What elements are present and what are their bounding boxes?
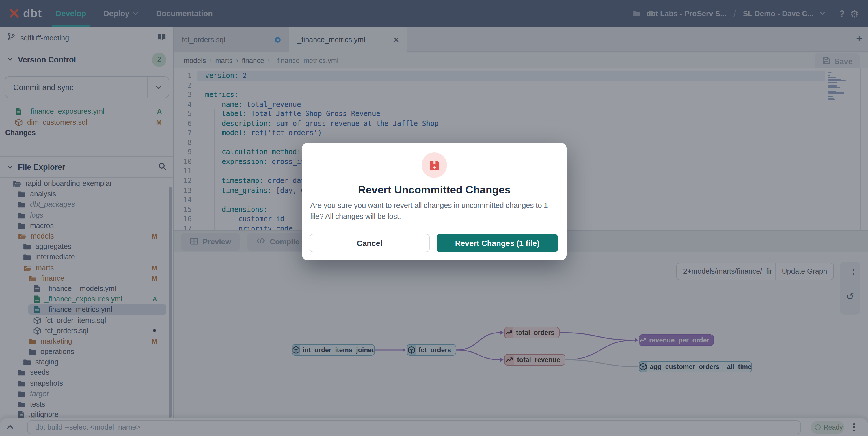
- modal-title: Revert Uncommitted Changes: [302, 184, 566, 196]
- dbt-cloud-ide: ✕ dbt DevelopDeployDocumentation dbt Lab…: [0, 0, 868, 436]
- revert-changes-button[interactable]: Revert Changes (1 file): [437, 234, 558, 252]
- revert-changes-modal: Revert Uncommitted Changes Are you sure …: [302, 143, 566, 260]
- revert-save-icon: [422, 152, 447, 178]
- cancel-button[interactable]: Cancel: [310, 234, 430, 252]
- modal-body-text: Are you sure you want to revert all chan…: [310, 200, 558, 222]
